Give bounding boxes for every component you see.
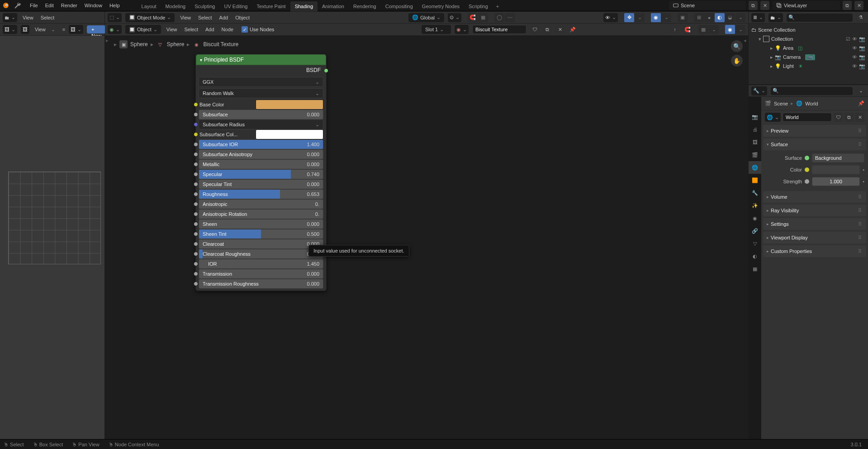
parent-node-button[interactable]: ↑ <box>670 25 679 34</box>
snap-node-button[interactable]: 🧲 <box>683 25 692 34</box>
node-input-specular-tint[interactable]: Specular Tint0.000 <box>199 179 323 189</box>
node-input-transmission[interactable]: Transmission0.000 <box>199 269 323 279</box>
solid-mode-icon[interactable]: ● <box>704 13 714 22</box>
menu-render[interactable]: Render <box>57 0 81 11</box>
node-input-subsurface-radius[interactable]: Subsurface Radius <box>199 119 323 129</box>
new-scene-button[interactable]: ⧉ <box>749 1 758 10</box>
input-socket[interactable] <box>194 122 198 127</box>
editor-type-shader[interactable]: ◉ <box>108 25 122 34</box>
node-editor-canvas[interactable]: ▸ ◂ ▸ ▣ Sphere ▸ ▽ Sphere ▸ ◉ Biscuit Te… <box>105 36 748 439</box>
camera-icon[interactable]: 📷 <box>859 63 865 69</box>
panel-preview[interactable]: Preview⠿ <box>763 125 866 137</box>
camera-icon[interactable]: 📷 <box>859 54 865 60</box>
tab-sculpting[interactable]: Sculpting <box>190 1 219 11</box>
shader-node-menu[interactable]: Node <box>220 27 235 32</box>
add-menu-3d[interactable]: Add <box>218 15 230 20</box>
new-viewlayer-button[interactable]: ⧉ <box>843 1 852 10</box>
node-input-roughness[interactable]: Roughness0.653 <box>199 189 323 199</box>
viewlayer-selector[interactable]: ViewLayer <box>772 1 840 10</box>
tab-texpaint[interactable]: Texture Paint <box>252 1 290 11</box>
overlay-node-chev[interactable]: ⌄ <box>735 25 745 34</box>
strength-field[interactable]: 1.000 <box>812 177 860 186</box>
duplicate-material-button[interactable]: ⧉ <box>543 25 552 34</box>
input-socket[interactable] <box>194 242 198 246</box>
tab-physics[interactable]: ◉ <box>749 212 761 224</box>
orientation-selector[interactable]: 🌐Global <box>408 13 444 22</box>
input-socket[interactable] <box>194 142 198 147</box>
editor-type-outliner[interactable]: ≣ <box>751 13 765 22</box>
color-field[interactable] <box>812 165 860 174</box>
props-search[interactable]: 🔍 <box>771 87 853 95</box>
strength-dot[interactable]: • <box>863 179 864 184</box>
panel-custom[interactable]: Custom Properties⠿ <box>763 245 866 257</box>
node-input-subsurface-anisotropy[interactable]: Subsurface Anisotropy0.000 <box>199 149 323 159</box>
input-socket[interactable] <box>194 132 198 137</box>
slider[interactable]: Subsurface Anisotropy0.000 <box>199 149 323 159</box>
shader-add-menu[interactable]: Add <box>204 27 216 32</box>
tab-render[interactable]: 📷 <box>749 110 761 123</box>
tab-compositing[interactable]: Compositing <box>381 1 417 11</box>
tree-camera[interactable]: ▸📷Camera📹👁📷 <box>749 53 868 62</box>
input-socket[interactable] <box>194 222 198 226</box>
tab-shading[interactable]: Shading <box>290 1 318 11</box>
eye-icon[interactable]: 👁 <box>852 45 857 51</box>
wireframe-mode-icon[interactable]: ⊞ <box>694 13 704 22</box>
menu-window[interactable]: Window <box>81 0 106 11</box>
world-fakeuser[interactable]: 🛡 <box>834 113 843 122</box>
input-socket[interactable] <box>194 112 198 117</box>
slider[interactable]: Subsurface IOR1.400 <box>199 139 323 149</box>
node-input-specular[interactable]: Specular0.740 <box>199 169 323 179</box>
breadcrumb-obj1[interactable]: Sphere <box>130 41 148 48</box>
tab-particles[interactable]: ✨ <box>749 199 761 212</box>
input-socket[interactable] <box>194 182 198 186</box>
proportional-icon[interactable]: ◯ <box>494 13 504 22</box>
props-scene[interactable]: Scene <box>774 101 788 106</box>
input-socket[interactable] <box>194 202 198 206</box>
node-input-anisotropic[interactable]: Anisotropic0. <box>199 199 323 209</box>
tab-material[interactable]: ◐ <box>749 250 761 263</box>
world-new[interactable]: ⧉ <box>844 113 854 122</box>
select-menu-3d[interactable]: Select <box>196 15 214 20</box>
xray-icon[interactable]: ▣ <box>678 13 688 22</box>
overlay-options-icon[interactable]: ⌄ <box>661 13 671 22</box>
editor-type-selector-left[interactable]: 🖿 <box>3 13 17 22</box>
snap-node-options[interactable]: ▦ <box>698 25 708 34</box>
fake-user-button[interactable]: 🛡 <box>530 25 539 34</box>
pin-icon[interactable]: 📌 <box>858 100 864 106</box>
node-input-base-color[interactable]: Base Color <box>199 100 323 110</box>
input-socket[interactable] <box>194 152 198 157</box>
shader-type-selector[interactable]: 🔲Object <box>125 25 161 34</box>
slider[interactable]: Anisotropic0. <box>199 199 323 209</box>
delete-scene-button[interactable]: ✕ <box>760 1 769 10</box>
tab-object[interactable]: 🟧 <box>749 174 761 186</box>
tree-scene-collection[interactable]: 🗀Scene Collection <box>749 25 868 34</box>
delete-viewlayer-button[interactable]: ✕ <box>854 1 863 10</box>
principled-bsdf-node[interactable]: ▾ Principled BSDF BSDF GGX Random Walk B… <box>195 54 327 291</box>
overlay-toggle-icon[interactable]: ◉ <box>651 13 661 22</box>
eye-icon[interactable]: 👁 <box>852 54 857 60</box>
overlay-node-icon[interactable]: ◉ <box>725 25 735 34</box>
tree-light[interactable]: ▸💡Light☀👁📷 <box>749 62 868 71</box>
view-menu-3d[interactable]: View <box>178 15 193 20</box>
slider[interactable]: Sheen0.000 <box>199 219 323 229</box>
tab-output[interactable]: 🖨 <box>749 123 761 136</box>
value-field[interactable]: IOR1.450 <box>199 259 323 269</box>
color-swatch[interactable] <box>256 129 323 139</box>
tab-layout[interactable]: Layout <box>137 1 161 11</box>
new-image-button[interactable]: + New <box>87 25 106 33</box>
input-socket[interactable] <box>194 232 198 236</box>
distribution-select[interactable]: GGX <box>199 77 323 87</box>
input-socket[interactable] <box>194 262 198 266</box>
pin-button[interactable]: 📌 <box>568 25 577 34</box>
breadcrumb-mat[interactable]: Biscuit Texture <box>203 41 238 48</box>
color-swatch[interactable] <box>256 100 323 110</box>
zoom-icon[interactable]: 🔍 <box>731 40 743 52</box>
object-menu-3d[interactable]: Object <box>233 15 251 20</box>
rendered-mode-icon[interactable]: ◒ <box>725 13 735 22</box>
slider[interactable]: Metallic0.000 <box>199 159 323 169</box>
shading-options-icon[interactable]: ⌄ <box>735 13 745 22</box>
preferences-icon[interactable] <box>14 1 22 10</box>
checkbox-icon[interactable]: ☑ <box>846 36 850 42</box>
matprev-mode-icon[interactable]: ◐ <box>715 13 725 22</box>
slider[interactable]: Specular0.740 <box>199 169 323 179</box>
